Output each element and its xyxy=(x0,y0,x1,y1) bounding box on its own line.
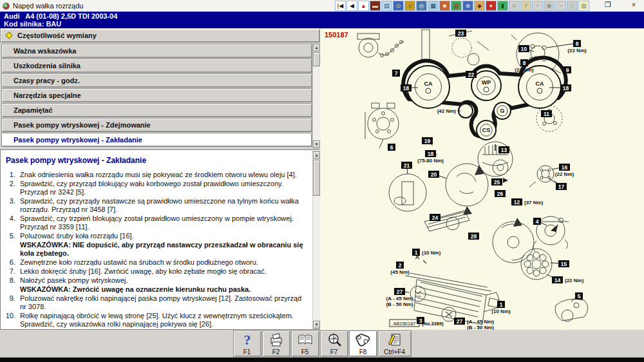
steps-list: 1.Znak odniesienia wałka rozrządu musi s… xyxy=(2,171,306,330)
tyre-icon[interactable]: ◎ xyxy=(416,1,427,11)
svg-text:26: 26 xyxy=(497,191,504,197)
svg-text:(42 Nm): (42 Nm) xyxy=(437,108,457,114)
svg-text:(B - 50 Nm): (B - 50 Nm) xyxy=(467,325,495,330)
drawing-icon[interactable]: ▤ xyxy=(381,1,392,11)
car-icon[interactable]: ⌂ xyxy=(567,1,578,11)
scroll-down-icon[interactable]: ▼ xyxy=(313,140,320,148)
step-note: WSKAZÓWKA: Zwrócić uwagę na oznaczenie k… xyxy=(2,285,306,294)
svg-text:(22 Nm): (22 Nm) xyxy=(555,171,574,177)
svg-text:13: 13 xyxy=(501,147,507,153)
notes-button[interactable]: Ctrl+F4 xyxy=(378,330,412,357)
help-button[interactable]: ? F1 xyxy=(233,330,261,357)
restore-button[interactable]: ❐ xyxy=(603,1,613,10)
svg-text:1: 1 xyxy=(415,249,418,256)
titlebar: Napęd wałka rozrządu |◀◀▲▬▤⊙☼◎▦■▥⊗◆●▮≡?+… xyxy=(0,0,644,12)
ignition-icon[interactable]: ● xyxy=(486,1,497,11)
belt-diagram-button[interactable]: F8 xyxy=(349,330,377,357)
menu-item-wazna-wskazowka[interactable]: Ważna wskazówka xyxy=(1,44,312,58)
lift-icon[interactable]: ▥ xyxy=(451,1,462,11)
step-item: 1.Znak odniesienia wałka rozrządu musi s… xyxy=(2,171,306,179)
svg-text:10: 10 xyxy=(521,46,527,52)
svg-text:18: 18 xyxy=(403,85,410,91)
step-item: 3.Sprawdzić, czy przyrządy nastawcze są … xyxy=(2,197,306,214)
fkey-label: F1 xyxy=(243,348,251,356)
gear-icon[interactable]: ~ xyxy=(555,1,566,11)
diamond-icon xyxy=(5,32,12,39)
svg-text:2: 2 xyxy=(399,262,402,269)
menu-item-uszkodzenia-silnika[interactable]: Uszkodzenia silnika xyxy=(1,59,312,73)
svg-text:25: 25 xyxy=(494,179,500,186)
svg-text:CS: CS xyxy=(482,127,491,133)
svg-text:(B - 50 Nm): (B - 50 Nm) xyxy=(386,301,413,307)
settings-icon[interactable]: + xyxy=(532,1,543,11)
svg-text:(45 Nm): (45 Nm) xyxy=(390,269,410,275)
instructions-heading: Pasek pompy wtryskowej - Zakładanie xyxy=(6,156,320,165)
print-button[interactable]: F2 xyxy=(262,330,290,357)
brakes-icon[interactable]: ⊙ xyxy=(393,1,404,11)
menu-item-narzedzia-specjalne[interactable]: Narzędzia specjalne xyxy=(1,88,312,102)
menu-item-czasy-pracy[interactable]: Czasy pracy - godz. xyxy=(1,73,312,88)
battery-icon[interactable]: ▮ xyxy=(497,1,508,11)
step-item: 10.Rolkę napinającą obrócić w lewą stron… xyxy=(2,312,306,329)
step-item: 2.Sprawdzić, czy przyrząd blokujący wału… xyxy=(2,180,306,196)
nav-first-icon[interactable]: |◀ xyxy=(335,1,346,11)
svg-text:14: 14 xyxy=(554,277,561,283)
svg-text:(10 Nm): (10 Nm) xyxy=(491,309,511,314)
svg-text:(22 Nm): (22 Nm) xyxy=(515,67,534,73)
menu-item-czestotliwosc-wymiany[interactable]: Częstotliwość wymiany xyxy=(0,28,320,43)
menu-item-zapamietac[interactable]: Zapamiętać xyxy=(1,103,312,117)
cooling-icon[interactable]: ⊗ xyxy=(462,1,473,11)
svg-text:9: 9 xyxy=(566,67,569,73)
scroll-up-icon[interactable]: ▲ xyxy=(313,44,320,52)
svg-text:?: ? xyxy=(243,332,251,348)
document-icon[interactable]: ▧ xyxy=(578,1,589,11)
times-button[interactable]: F7 xyxy=(320,330,348,357)
fkey-label: F5 xyxy=(301,348,309,356)
instructions-panel: Pasek pompy wtryskowej - Zakładanie 1.Zn… xyxy=(0,149,320,330)
vehicle-header: Audi A4 (01-08) 2,5D TDI 2003-04 Kod sil… xyxy=(0,12,644,28)
svg-text:4: 4 xyxy=(536,218,539,225)
diagram-figure: CAWPCAGCS72322186108(22 Nm)8(22 Nm)91811… xyxy=(320,28,644,330)
svg-text:(A - 45 Nm): (A - 45 Nm) xyxy=(386,296,413,301)
diagnostics-icon[interactable]: ▦ xyxy=(428,1,439,11)
hub-icon[interactable]: ◉ xyxy=(544,1,554,11)
scroll-down-icon[interactable]: ▼ xyxy=(313,321,320,329)
menu-item-label: Uszkodzenia silnika xyxy=(14,62,80,70)
svg-text:11: 11 xyxy=(544,111,549,117)
svg-text:21: 21 xyxy=(404,162,410,169)
question-icon[interactable]: ? xyxy=(520,1,531,11)
fkey-label: F7 xyxy=(330,348,338,356)
svg-text:23: 23 xyxy=(458,30,464,37)
print-icon xyxy=(269,332,284,348)
fkey-label: F8 xyxy=(359,348,367,356)
svg-text:5: 5 xyxy=(578,293,581,300)
menu-item-label: Pasek pompy wtryskowej - Zakładanie xyxy=(14,136,142,144)
notes-pencil-icon xyxy=(387,332,402,348)
svg-text:8: 8 xyxy=(576,41,579,47)
nav-back-icon[interactable]: ◀ xyxy=(346,1,357,11)
scroll-thumb[interactable] xyxy=(313,52,320,66)
svg-text:(75-80 Nm): (75-80 Nm) xyxy=(417,158,444,164)
svg-text:28: 28 xyxy=(471,233,477,240)
engine-code: Kod silnika: BAU xyxy=(4,20,644,28)
vehicle-data-icon[interactable]: ▬ xyxy=(370,1,381,11)
wheel-icon[interactable]: ☼ xyxy=(404,1,415,11)
menu-item-pasek-zdejmowanie[interactable]: Pasek pompy wtryskowej - Zdejmowanie xyxy=(1,118,312,132)
window-title: Napęd wałka rozrządu xyxy=(13,2,83,10)
tools-icon[interactable]: ≡ xyxy=(509,1,520,11)
svg-text:27: 27 xyxy=(457,318,463,325)
clutch-icon[interactable]: ◆ xyxy=(474,1,485,11)
engine-icon[interactable]: ■ xyxy=(439,1,450,11)
manual-button[interactable]: F5 xyxy=(291,330,319,357)
function-toolbar: ? F1 F2 F5 F7 xyxy=(0,330,644,357)
close-button[interactable]: × xyxy=(629,1,639,10)
gauge-magnifier-icon xyxy=(327,332,342,348)
scroll-up-icon[interactable]: ▲ xyxy=(313,151,320,159)
svg-text:22: 22 xyxy=(468,71,475,78)
fkey-label: F2 xyxy=(272,348,280,356)
step-item: 7.Lekko dokręcić śruby [16]. Zwrócić uwa… xyxy=(2,267,306,276)
scroll-thumb[interactable] xyxy=(313,160,320,196)
menu-item-pasek-zakladanie[interactable]: Pasek pompy wtryskowej - Zakładanie xyxy=(1,133,312,147)
warning-icon[interactable]: ▲ xyxy=(358,1,369,11)
menu-item-label: Pasek pompy wtryskowej - Zdejmowanie xyxy=(14,121,151,129)
